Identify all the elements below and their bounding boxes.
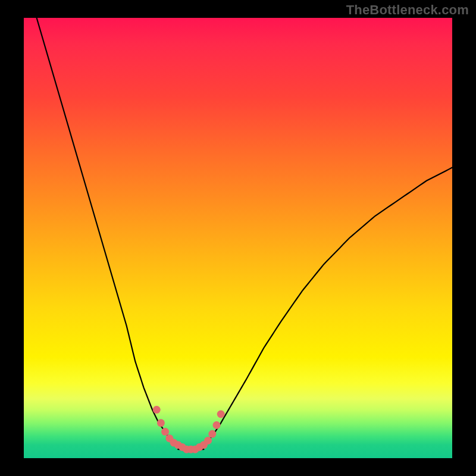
chart-svg xyxy=(24,18,452,458)
chart-frame: TheBottleneck.com xyxy=(0,0,476,476)
marker-dot xyxy=(157,419,165,427)
marker-dot xyxy=(213,421,221,429)
plot-area xyxy=(24,18,452,458)
watermark-text: TheBottleneck.com xyxy=(346,2,469,18)
marker-dot xyxy=(204,437,212,444)
marker-dot xyxy=(161,428,169,436)
marker-dots xyxy=(153,406,225,453)
marker-dot xyxy=(153,406,161,414)
marker-dot xyxy=(208,430,216,438)
right-branch-curve xyxy=(203,168,452,445)
left-branch-curve xyxy=(37,18,178,445)
marker-dot xyxy=(217,411,225,418)
